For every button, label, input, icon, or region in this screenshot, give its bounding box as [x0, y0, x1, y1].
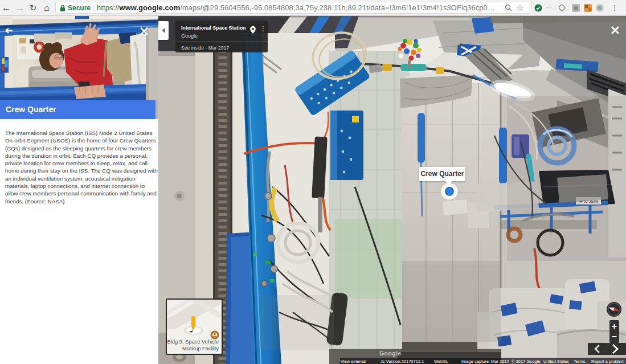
svg-text:Bldg 9, Space Vehicle: Bldg 9, Space Vehicle — [167, 339, 219, 345]
svg-text:Mockup Facility: Mockup Facility — [182, 346, 219, 351]
